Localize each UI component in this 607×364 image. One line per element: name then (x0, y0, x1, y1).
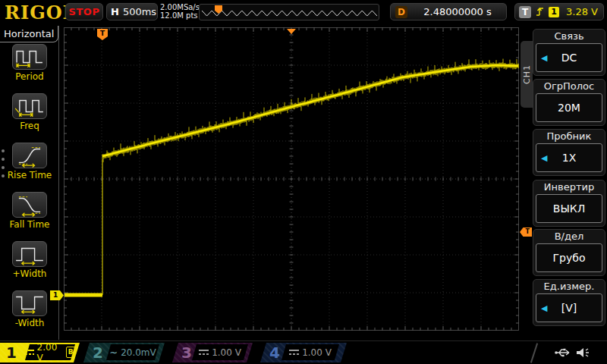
left-arrow-icon: ◀ (541, 303, 547, 313)
fall-time-icon (12, 192, 47, 218)
dc-coupling-icon (199, 349, 209, 356)
run-stop-status[interactable]: STOP (65, 3, 103, 20)
sound-icon (574, 346, 591, 359)
dc-coupling-icon (289, 349, 299, 356)
bottom-bar-divider (0, 340, 607, 341)
channel2-scale-box: ~ 20.0mV (106, 344, 159, 360)
menu-item-label: +Width (0, 268, 59, 279)
ac-coupling-icon: ~ (109, 349, 118, 356)
memory-depth: 12.0M pts (160, 11, 200, 20)
channel1-scale-box: 2.00 V B (25, 344, 75, 360)
menu-item-label: Freq (0, 121, 59, 131)
run-state-label: STOP (69, 6, 100, 17)
menu-item-volts-div[interactable]: В/дел ◀Грубо (533, 229, 605, 276)
graticule-display: T (64, 27, 519, 331)
memory-position-bar[interactable] (199, 4, 379, 20)
left-arrow-icon: ◀ (541, 153, 547, 163)
menu-item-label: Period (0, 71, 59, 82)
bw-limit-badge: B (66, 347, 75, 358)
timebase-value: 500ms (123, 6, 156, 17)
memory-waveform-preview (200, 5, 379, 20)
menu-item-label: Rise Time (0, 170, 59, 180)
timebase-status: H 500ms (106, 3, 158, 20)
sample-rate: 2.00MSa/s (160, 3, 200, 11)
menu-item-coupling[interactable]: Связь ◀DC (533, 29, 605, 76)
svg-text:T: T (100, 30, 105, 37)
channel-number: 2 (93, 344, 103, 362)
channel4-status[interactable]: 4 1.00 V (260, 343, 347, 362)
channel-menu-tab: CH1 (521, 41, 533, 108)
ch1-ground-marker[interactable]: 1 (50, 290, 64, 300)
minus-width-icon (12, 290, 47, 316)
menu-item-invert[interactable]: Инвертир ◀ВЫКЛ (533, 180, 605, 227)
channel-scale: 20.0mV (121, 347, 156, 358)
channel1-status[interactable]: 1 2.00 V B (0, 343, 80, 362)
channel-number: 1 (6, 344, 17, 362)
channel-scale: 2.00 V (37, 342, 64, 363)
trigger-source-badge: 1 (549, 7, 559, 17)
usb-icon (554, 346, 572, 359)
menu-item-label: -Width (0, 318, 59, 328)
menu-item-fall-time[interactable]: Fall Time (0, 192, 59, 230)
status-divider (530, 343, 538, 362)
channel-number: 3 (181, 344, 192, 362)
dc-coupling-icon (25, 349, 34, 356)
channel-number: 4 (269, 344, 280, 362)
trigger-level-marker[interactable]: T (520, 228, 532, 237)
trigger-icon: T (519, 6, 531, 18)
period-icon (12, 44, 47, 70)
menu-item-plus-width[interactable]: +Width (0, 241, 59, 279)
menu-item-label: Fall Time (0, 219, 59, 230)
plus-width-icon (12, 241, 47, 267)
channel-scale: 1.00 V (302, 347, 332, 358)
acquisition-info: 2.00MSa/s 12.0M pts (160, 3, 200, 20)
menu-item-probe[interactable]: Пробник ◀1X (533, 129, 605, 176)
menu-item-freq[interactable]: Freq (0, 93, 59, 131)
trigger-level-value: 3.28 V (563, 6, 599, 17)
menu-item-bw-limit[interactable]: ОгрПолос ◀20M (533, 79, 605, 126)
channel3-status[interactable]: 3 1.00 V (172, 343, 253, 362)
channel4-scale-box: 1.00 V (281, 344, 339, 360)
delay-icon: D (395, 6, 407, 18)
rising-edge-icon (535, 6, 545, 17)
trigger-status: T 1 3.28 V (514, 3, 604, 20)
channel2-status[interactable]: 2 ~ 20.0mV (83, 343, 165, 362)
freq-icon (12, 93, 47, 119)
left-arrow-icon: ◀ (541, 53, 547, 63)
horizontal-label: H (111, 6, 119, 17)
delay-status: D 2.48000000 s (390, 3, 507, 20)
channel-scale: 1.00 V (212, 347, 241, 358)
rise-time-icon (12, 143, 47, 168)
left-menu-title: Horizontal (0, 26, 58, 42)
channel3-scale-box: 1.00 V (192, 344, 248, 360)
delay-value: 2.48000000 s (414, 6, 502, 17)
menu-item-rise-time[interactable]: Rise Time (0, 143, 59, 180)
oscilloscope-screen: RIGOL STOP H 500ms 2.00MSa/s 12.0M pts D… (0, 0, 607, 364)
menu-item-units[interactable]: Ед.измер. ◀[V] (533, 279, 605, 326)
menu-item-period[interactable]: Period (0, 44, 59, 82)
